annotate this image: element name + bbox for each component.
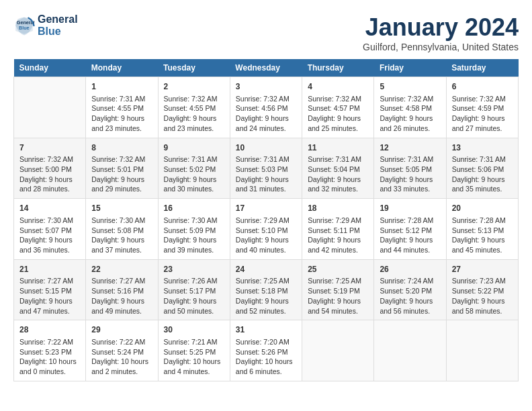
cell-content-line: Daylight: 9 hours (19, 296, 80, 306)
calendar-cell: 26Sunrise: 7:24 AMSunset: 5:20 PMDayligh… (374, 259, 446, 320)
cell-content-line: Sunset: 4:55 PM (91, 103, 152, 113)
day-header-monday: Monday (86, 59, 158, 77)
day-number: 29 (91, 324, 152, 336)
calendar-cell: 29Sunrise: 7:22 AMSunset: 5:24 PMDayligh… (86, 320, 158, 381)
cell-content-line: Daylight: 9 hours (308, 175, 368, 185)
day-header-thursday: Thursday (302, 59, 374, 77)
cell-content-line: Sunset: 5:03 PM (236, 165, 296, 175)
calendar-cell: 6Sunrise: 7:32 AMSunset: 4:59 PMDaylight… (446, 77, 518, 138)
cell-content-line: Sunrise: 7:30 AM (91, 216, 152, 226)
calendar-week-row: 7Sunrise: 7:32 AMSunset: 5:00 PMDaylight… (14, 138, 519, 199)
cell-content-line: Daylight: 9 hours (164, 296, 224, 306)
cell-content-line: Sunset: 4:59 PM (452, 103, 513, 113)
cell-content-line: Sunrise: 7:31 AM (380, 154, 440, 165)
cell-content-line: Sunset: 4:57 PM (308, 103, 368, 113)
cell-content-line: Daylight: 9 hours (19, 175, 80, 185)
cell-content-line: Sunrise: 7:27 AM (19, 276, 80, 286)
calendar-cell (14, 77, 86, 138)
cell-content-line: and 0 minutes. (19, 367, 80, 377)
cell-content-line: Daylight: 9 hours (91, 235, 152, 245)
cell-content-line: Daylight: 9 hours (308, 113, 368, 124)
cell-content-line: Sunrise: 7:24 AM (380, 276, 440, 286)
cell-content-line: Sunset: 5:06 PM (452, 165, 513, 175)
day-number: 11 (308, 142, 368, 154)
cell-content-line: Daylight: 9 hours (91, 175, 152, 185)
day-number: 27 (452, 264, 513, 275)
cell-content-line: Daylight: 9 hours (452, 113, 513, 124)
cell-content-line: and 58 minutes. (452, 306, 513, 316)
cell-content-line: Sunrise: 7:28 AM (380, 216, 440, 226)
calendar-cell: 11Sunrise: 7:31 AMSunset: 5:04 PMDayligh… (302, 138, 374, 199)
day-header-friday: Friday (374, 59, 446, 77)
cell-content-line: Daylight: 10 hours (236, 357, 296, 367)
logo: General Blue General Blue (13, 13, 78, 37)
day-number: 5 (380, 81, 440, 93)
calendar-cell: 5Sunrise: 7:32 AMSunset: 4:58 PMDaylight… (374, 77, 446, 138)
cell-content-line: and 25 minutes. (308, 124, 368, 134)
cell-content-line: Sunset: 5:02 PM (164, 165, 224, 175)
cell-content-line: Sunrise: 7:32 AM (19, 154, 80, 165)
cell-content-line: Sunset: 5:08 PM (91, 226, 152, 236)
cell-content-line: Sunrise: 7:32 AM (91, 154, 152, 165)
cell-content-line: and 47 minutes. (19, 306, 80, 316)
calendar-cell: 1Sunrise: 7:31 AMSunset: 4:55 PMDaylight… (86, 77, 158, 138)
cell-content-line: Sunset: 5:19 PM (308, 286, 368, 296)
svg-text:Blue: Blue (19, 25, 30, 31)
calendar-cell: 23Sunrise: 7:26 AMSunset: 5:17 PMDayligh… (158, 259, 230, 320)
calendar-cell: 24Sunrise: 7:25 AMSunset: 5:18 PMDayligh… (230, 259, 302, 320)
calendar-cell: 8Sunrise: 7:32 AMSunset: 5:01 PMDaylight… (86, 138, 158, 199)
cell-content-line: Daylight: 9 hours (452, 235, 513, 245)
cell-content-line: and 26 minutes. (380, 124, 440, 134)
day-number: 18 (308, 203, 368, 214)
cell-content-line: and 52 minutes. (236, 306, 296, 316)
cell-content-line: Sunset: 5:04 PM (308, 165, 368, 175)
cell-content-line: Sunrise: 7:30 AM (164, 216, 224, 226)
day-number: 7 (19, 142, 80, 154)
day-number: 24 (236, 264, 296, 275)
cell-content-line: Sunset: 5:05 PM (380, 165, 440, 175)
day-number: 25 (308, 264, 368, 275)
cell-content-line: and 33 minutes. (380, 184, 440, 194)
day-number: 22 (91, 264, 152, 275)
cell-content-line: Daylight: 9 hours (19, 235, 80, 245)
calendar-week-row: 28Sunrise: 7:22 AMSunset: 5:23 PMDayligh… (14, 320, 519, 381)
cell-content-line: Sunrise: 7:22 AM (91, 337, 152, 347)
cell-content-line: Sunset: 5:10 PM (236, 226, 296, 236)
day-number: 13 (452, 142, 513, 154)
calendar-cell: 13Sunrise: 7:31 AMSunset: 5:06 PMDayligh… (446, 138, 518, 199)
calendar-cell: 21Sunrise: 7:27 AMSunset: 5:15 PMDayligh… (14, 259, 86, 320)
day-number: 30 (164, 324, 224, 336)
cell-content-line: and 39 minutes. (164, 245, 224, 255)
cell-content-line: and 54 minutes. (308, 306, 368, 316)
cell-content-line: Daylight: 9 hours (380, 296, 440, 306)
day-number: 19 (380, 203, 440, 214)
cell-content-line: Sunrise: 7:25 AM (308, 276, 368, 286)
page-header: General Blue General Blue January 2024 G… (13, 13, 519, 52)
cell-content-line: Sunset: 5:15 PM (19, 286, 80, 296)
calendar-header-row: SundayMondayTuesdayWednesdayThursdayFrid… (14, 59, 519, 77)
cell-content-line: Daylight: 10 hours (164, 357, 224, 367)
cell-content-line: Sunrise: 7:27 AM (91, 276, 152, 286)
calendar-cell: 27Sunrise: 7:23 AMSunset: 5:22 PMDayligh… (446, 259, 518, 320)
calendar-cell: 16Sunrise: 7:30 AMSunset: 5:09 PMDayligh… (158, 199, 230, 260)
cell-content-line: and 50 minutes. (164, 306, 224, 316)
calendar-cell: 22Sunrise: 7:27 AMSunset: 5:16 PMDayligh… (86, 259, 158, 320)
cell-content-line: Sunrise: 7:26 AM (164, 276, 224, 286)
day-number: 14 (19, 203, 80, 214)
day-number: 2 (164, 81, 224, 93)
calendar-cell: 30Sunrise: 7:21 AMSunset: 5:25 PMDayligh… (158, 320, 230, 381)
cell-content-line: Sunset: 5:09 PM (164, 226, 224, 236)
cell-content-line: Sunrise: 7:32 AM (308, 94, 368, 104)
calendar-cell (446, 320, 518, 381)
cell-content-line: Sunset: 5:26 PM (236, 347, 296, 357)
day-number: 17 (236, 203, 296, 214)
cell-content-line: and 42 minutes. (308, 245, 368, 255)
day-number: 10 (236, 142, 296, 154)
cell-content-line: Sunrise: 7:32 AM (380, 94, 440, 104)
cell-content-line: Sunrise: 7:32 AM (236, 94, 296, 104)
logo-line2: Blue (38, 26, 78, 38)
cell-content-line: and 6 minutes. (236, 367, 296, 377)
cell-content-line: Sunrise: 7:30 AM (19, 216, 80, 226)
logo-line1: General (38, 13, 78, 26)
cell-content-line: Sunset: 4:55 PM (164, 103, 224, 113)
